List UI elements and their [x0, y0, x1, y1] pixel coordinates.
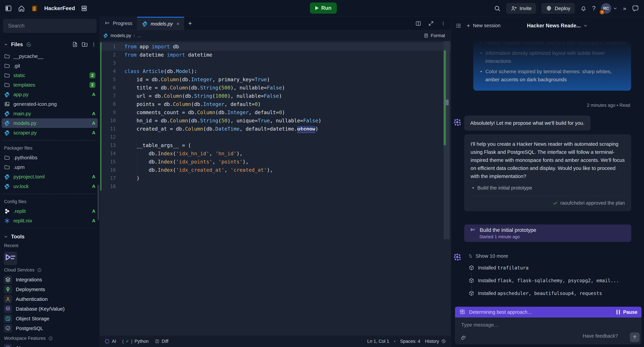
close-icon[interactable]: × — [176, 21, 180, 27]
file-row--upm[interactable]: .upm — [2, 162, 98, 172]
files-menu-icon[interactable] — [91, 42, 96, 47]
session-title-dropdown[interactable]: Hacker News Reade... — [527, 23, 588, 29]
file-row--git[interactable]: .git — [2, 61, 98, 71]
new-file-icon[interactable] — [72, 41, 78, 48]
code-line-6: 6 title = db.Column(db.String(500), null… — [100, 84, 451, 92]
file-row-templates[interactable]: templates2 — [2, 80, 98, 90]
attach-icon[interactable] — [460, 335, 466, 341]
line-number: 6 — [100, 85, 116, 91]
install-row: Installed flask, flask-sqlalchemy, psyco… — [468, 278, 619, 283]
split-pane-icon[interactable] — [415, 21, 421, 27]
home-icon[interactable] — [18, 5, 25, 12]
sidebar-item-postgresql[interactable]: PostgreSQL — [2, 324, 98, 333]
git-status-added: A — [92, 184, 96, 189]
recent-tool-console[interactable] — [4, 252, 17, 265]
pause-button[interactable]: Pause — [616, 309, 638, 315]
sidebar-item-integrations[interactable]: Integrations — [2, 275, 98, 284]
code-line-13: 13 __table_args__ = ( — [100, 141, 451, 149]
sidebar-toggle-icon[interactable] — [5, 5, 12, 12]
install-text: Installed apscheduler, beautifulsoup4, r… — [478, 291, 602, 296]
file-name: templates — [14, 82, 35, 88]
file-row-replit-nix[interactable]: replit.nixA — [2, 216, 98, 225]
files-header: Files — [4, 40, 96, 49]
app-icon[interactable] — [31, 5, 38, 12]
install-text: Installed trafilatura — [478, 265, 528, 271]
code-editor[interactable]: 1from app import db2from datetime import… — [100, 41, 451, 335]
invite-button[interactable]: Invite — [506, 3, 536, 14]
sidebar-item-deployments[interactable]: Deployments — [2, 285, 98, 294]
cursor-position[interactable]: Ln 1, Col 1 — [367, 339, 389, 344]
service-tile — [4, 324, 12, 332]
file-name: __pycache__ — [14, 53, 43, 59]
notifications-icon[interactable] — [580, 5, 587, 12]
account-menu[interactable]: RC ✦ — [601, 3, 618, 14]
help-icon[interactable]: ? — [592, 5, 596, 12]
file-row-scraper-py[interactable]: scraper.pyA — [2, 128, 98, 138]
plan-card: I'll help you create a Hacker News reade… — [464, 134, 631, 211]
deploy-button[interactable]: Deploy — [541, 3, 575, 14]
file-row-main-py[interactable]: main.pyA — [2, 109, 98, 118]
expand-icon[interactable] — [428, 21, 434, 27]
ai-label: AI — [112, 339, 116, 344]
run-button[interactable]: Run — [310, 3, 337, 14]
chevron-down-icon[interactable] — [4, 42, 8, 47]
new-tab-button[interactable]: + — [184, 17, 196, 30]
file-row-pyproject-toml[interactable]: pyproject.tomlA — [2, 172, 98, 181]
format-button[interactable]: Format — [424, 33, 448, 38]
file-row-static[interactable]: static2 — [2, 71, 98, 80]
show-more-button[interactable]: Show 10 more — [468, 253, 508, 259]
file-row--pycache-[interactable]: __pycache__ — [2, 51, 98, 61]
file-row--replit[interactable]: .replitA — [2, 206, 98, 216]
sidebar-item-database-key-value-[interactable]: Database (Key/Value) — [2, 304, 98, 313]
task-card[interactable]: Build the initial prototype Started 1 mi… — [464, 224, 631, 242]
service-tile — [4, 275, 12, 284]
sidebar-item-object-storage[interactable]: 1001Object Storage — [2, 314, 98, 323]
message-input[interactable] — [461, 322, 610, 328]
file-row-generated-icon-png[interactable]: generated-icon.png — [2, 99, 98, 109]
approval-text: raoufchebri approved the plan — [560, 200, 625, 206]
tab-label: models.py — [150, 21, 173, 27]
replit-icon — [4, 208, 10, 214]
file-row-uv-lock[interactable]: uv.lockA — [2, 181, 98, 191]
tab-models-py[interactable]: models.py × — [137, 17, 184, 30]
feedback-link[interactable]: Have feedback? — [582, 333, 618, 339]
file-name: uv.lock — [14, 183, 29, 189]
history-button[interactable]: History — [425, 339, 446, 344]
indentation-setting[interactable]: Spaces: 4 — [400, 339, 420, 344]
sidebar-scrollbar[interactable] — [98, 185, 99, 220]
code-line-12: 12 — [100, 133, 451, 141]
status-ai[interactable]: AI — [104, 338, 116, 344]
file-row-app-py[interactable]: app.pyA — [2, 90, 98, 99]
sidebar-item-authentication[interactable]: Authentication — [2, 294, 98, 304]
file-row--pythonlibs[interactable]: .pythonlibs — [2, 153, 98, 162]
line-number: 13 — [100, 143, 116, 148]
status-diff[interactable]: Diff — [155, 339, 168, 344]
tools-header[interactable]: Tools — [0, 231, 100, 241]
show-more-label: Show 10 more — [476, 253, 508, 259]
collapse-panel-icon[interactable]: » — [623, 5, 626, 12]
new-folder-icon[interactable] — [81, 41, 88, 48]
deprecated-token: utcnow — [297, 126, 315, 132]
git-status-added: A — [92, 130, 96, 136]
package-names: apscheduler, beautifulsoup4, requests — [498, 291, 602, 296]
search-input[interactable] — [3, 23, 96, 29]
file-row-models-py[interactable]: models.pyA — [2, 118, 98, 128]
repl-resources-icon[interactable] — [81, 5, 88, 12]
globe-icon — [546, 5, 552, 12]
search-icon[interactable] — [494, 5, 501, 12]
editor-menu-icon[interactable] — [441, 21, 446, 26]
code-line-1: 1from app import db — [100, 43, 451, 51]
search-box[interactable] — [3, 19, 96, 33]
tab-progress[interactable]: Progress — [100, 17, 137, 30]
breadcrumb-more[interactable]: ... — [137, 33, 141, 38]
ai-chat-icon[interactable] — [632, 5, 639, 12]
send-button[interactable] — [630, 332, 640, 342]
sessions-list-icon[interactable] — [456, 23, 462, 29]
invite-label: Invite — [520, 6, 532, 11]
new-session-button[interactable]: New session — [466, 23, 500, 28]
editor-pane: Progress models.py × + models.py › ... F… — [100, 17, 451, 347]
status-language[interactable]: {✓} Python — [122, 339, 149, 344]
sidebar-item-ai[interactable]: AI — [2, 343, 98, 347]
breadcrumb-file[interactable]: models.py — [110, 33, 131, 38]
install-row: Installed apscheduler, beautifulsoup4, r… — [468, 290, 602, 296]
